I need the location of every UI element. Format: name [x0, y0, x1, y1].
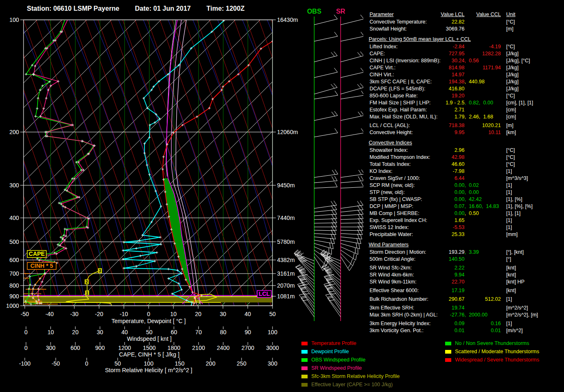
legend-label: No / Non Severe Thunderstorms — [455, 340, 529, 346]
unit-label: [mm] — [506, 231, 518, 238]
wind-barb — [295, 254, 314, 267]
obs-wind-barbs — [294, 15, 338, 317]
wind-barb — [341, 181, 363, 183]
value-lcl: 727.95 — [393, 50, 464, 57]
parameter-row: 3km Effective SRH:19.74[m^2/s^2] — [369, 305, 564, 312]
axis-tick-label: 10 — [47, 329, 54, 335]
value-lcl: 42.98 — [393, 154, 464, 161]
axis-tick-label: 300 — [268, 360, 277, 367]
axis-tick-label: 2400 — [217, 345, 230, 351]
axis-tick-label: 0 — [24, 345, 28, 351]
unit-label: [1], [%] — [506, 196, 522, 203]
axis-tick-label: -100 — [19, 360, 31, 367]
legend-swatch — [301, 383, 308, 387]
severity-legend: No / Non Severe ThunderstormsScattered /… — [445, 339, 539, 364]
wind-barb — [314, 187, 337, 188]
parameter-table: Parameter Value LCL Value CCL Unit Conve… — [369, 11, 564, 334]
parameter-row: MB Comp | SHERBE:0.00, 0.50[1], [1] — [369, 210, 564, 217]
unit-label: [knt] — [506, 287, 516, 294]
value-lcl: 17.19 — [393, 287, 464, 294]
parameter-row: CINH Virt.:14.97[J/kg] — [369, 71, 564, 78]
wind-barb-feather — [361, 68, 363, 72]
value-extra: , 0.56 — [464, 57, 479, 64]
wind-barb-feather — [332, 170, 335, 175]
unit-label: [cm], [1], [1] — [506, 99, 533, 106]
unit-label: [knt] HP — [506, 279, 524, 286]
parameter-table-body: Convective Temperature:22.82[°C]Snowfall… — [369, 19, 564, 334]
wind-barb-feather — [360, 201, 363, 205]
value-lcl: 194.38 — [393, 78, 464, 85]
parameter-row: STP (new, old):0.00, 0.00[1] — [369, 189, 564, 196]
legend-swatch — [301, 375, 308, 378]
legend-swatch — [445, 342, 451, 345]
parameter-row: Total Totals Index:46.60[°C] — [369, 161, 564, 168]
unit-label: [°] — [506, 256, 511, 263]
value-lcl: 22.82 — [393, 19, 464, 26]
dry-adiabat-line — [110, 20, 209, 306]
wind-barb-feather — [358, 229, 360, 234]
wind-barb — [314, 219, 337, 220]
wind-barb-feather — [360, 52, 363, 56]
effective-layer-band — [24, 297, 273, 302]
wind-barb — [314, 230, 337, 231]
dry-adiabat-line — [85, 20, 185, 306]
wind-barb — [314, 56, 337, 62]
unit-label: [1], [%], [%] — [506, 203, 533, 210]
height-label: 12060m — [277, 129, 298, 135]
wind-barb — [341, 19, 363, 25]
unit-label: [m^3/s^3] — [506, 175, 528, 182]
wind-barb-feather — [335, 182, 337, 187]
value-lcl: 0.07 — [393, 203, 464, 210]
profile-legend-item: OBS Windspeed Profile — [301, 356, 400, 364]
severity-legend-item: No / Non Severe Thunderstorms — [445, 339, 539, 347]
svg-text:2: 2 — [85, 280, 88, 284]
value-lcl: 0.01 — [393, 327, 464, 334]
wind-barb-feather — [358, 170, 361, 175]
axis-title: Windspeed [ knt ] — [127, 335, 171, 342]
wind-barb-feather — [361, 32, 363, 36]
value-lcl: 140.50 — [393, 256, 464, 263]
axis-title: Storm Relative Helicity [ m^2/s^2 ] — [105, 367, 192, 373]
wind-barb-feather — [349, 266, 352, 271]
parameter-row: 850-600 Lapse Rate:19.20[°C] — [369, 92, 564, 99]
wind-barb — [341, 133, 363, 137]
sounding-analysis-screen: Station: 06610 LSMP PayerneDate: 01 Jun … — [0, 0, 564, 392]
skewt-diagram: 100200300400500600700800900100016430m120… — [0, 0, 363, 392]
pressure-label: 700 — [9, 270, 19, 277]
wind-barb-feather — [329, 300, 334, 300]
wind-barb — [341, 116, 363, 120]
wind-barb-feather — [361, 226, 363, 231]
wind-barb-feather — [331, 52, 334, 57]
wind-barb-feather — [329, 255, 330, 260]
svg-text:CINH * 5: CINH * 5 — [30, 262, 53, 269]
value-lcl: 25.33 — [393, 231, 464, 238]
wind-barb — [341, 87, 363, 94]
wind-barb — [314, 95, 338, 99]
obs-column-label: OBS — [307, 8, 322, 15]
wind-barb-feather — [302, 291, 308, 292]
station-title: Station: 06610 LSMP Payerne — [27, 5, 119, 12]
value-lcl: -2.84 — [393, 43, 464, 50]
wind-barb-feather — [332, 214, 334, 219]
wind-barb-feather — [331, 84, 334, 88]
parameter-row: Convective Height:9.9510.11[km] — [369, 129, 564, 136]
value-lcl: 22.70 — [393, 279, 464, 286]
axis-tick-label: 90 — [245, 329, 251, 335]
parameter-row: Estofex Exp. Hail Param:2.71[cm] — [369, 106, 564, 113]
value-lcl: -7.98 — [393, 168, 464, 175]
sr-column-label: SR — [336, 8, 346, 15]
wind-barb — [314, 116, 338, 120]
wind-barb — [322, 267, 341, 284]
wind-barb-feather — [332, 112, 335, 116]
parameter-row: Lifted Index:-2.84-4.19[°C] — [369, 43, 564, 50]
legend-label: Widespread / Severe Thunderstorms — [455, 357, 539, 363]
axis-tick-label: 80 — [220, 329, 227, 335]
axis-tick-label: 1800 — [168, 345, 180, 351]
parameter-row: LCL / CCL (AGL):718.381020.21[m] — [369, 122, 564, 129]
profile-legend-item: Temperature Profile — [301, 339, 400, 347]
value-lcl: 0.00 — [393, 210, 464, 217]
wind-barb-feather — [357, 84, 361, 88]
profile-legend-item: Sfc-3km Storm Relative Helicity Profile — [301, 372, 400, 380]
legend-swatch — [301, 366, 308, 370]
unit-label: [1], [1] — [506, 210, 521, 217]
